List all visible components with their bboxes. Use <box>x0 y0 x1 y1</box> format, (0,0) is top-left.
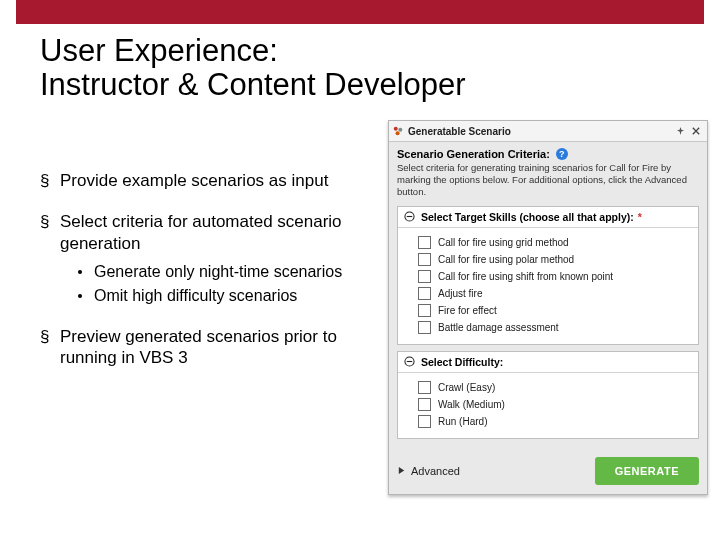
help-icon[interactable]: ? <box>556 148 568 160</box>
checkbox-icon[interactable] <box>418 381 431 394</box>
advanced-label: Advanced <box>411 465 460 477</box>
target-skills-header[interactable]: Select Target Skills (choose all that ap… <box>398 207 698 228</box>
slide-body: Provide example scenarios as input Selec… <box>30 170 380 388</box>
skill-option[interactable]: Adjust fire <box>418 287 692 300</box>
skill-option[interactable]: Battle damage assessment <box>418 321 692 334</box>
svg-rect-6 <box>407 361 413 362</box>
slide-title: User Experience: Instructor & Content De… <box>40 34 680 102</box>
skill-label: Adjust fire <box>438 288 482 299</box>
checkbox-icon[interactable] <box>418 415 431 428</box>
svg-rect-4 <box>407 216 413 217</box>
svg-point-0 <box>394 126 398 130</box>
title-line-1: User Experience: <box>40 34 680 68</box>
checkbox-icon[interactable] <box>418 270 431 283</box>
skill-option[interactable]: Fire for effect <box>418 304 692 317</box>
dialog-body: Scenario Generation Criteria: ? Select c… <box>389 142 707 451</box>
slide: User Experience: Instructor & Content De… <box>0 0 720 540</box>
target-skills-options: Call for fire using grid method Call for… <box>398 228 698 344</box>
difficulty-label: Crawl (Easy) <box>438 382 495 393</box>
dialog-title: Generatable Scenario <box>408 126 671 137</box>
difficulty-option[interactable]: Walk (Medium) <box>418 398 692 411</box>
checkbox-icon[interactable] <box>418 398 431 411</box>
difficulty-option[interactable]: Run (Hard) <box>418 415 692 428</box>
sub-bullet-text: Generate only night-time scenarios <box>94 263 342 280</box>
generate-button[interactable]: GENERATE <box>595 457 699 485</box>
svg-point-1 <box>398 127 402 131</box>
difficulty-options: Crawl (Easy) Walk (Medium) Run (Hard) <box>398 373 698 438</box>
sub-bullet-item: Omit high difficulty scenarios <box>60 286 380 306</box>
skill-label: Call for fire using grid method <box>438 237 569 248</box>
criteria-heading: Scenario Generation Criteria: ? <box>397 148 699 160</box>
top-accent-bar <box>16 0 704 24</box>
difficulty-label: Run (Hard) <box>438 416 487 427</box>
bullet-item: Preview generated scenarios prior to run… <box>30 326 380 369</box>
checkbox-icon[interactable] <box>418 236 431 249</box>
checkbox-icon[interactable] <box>418 304 431 317</box>
bullet-text: Select criteria for automated scenario g… <box>60 212 342 252</box>
difficulty-option[interactable]: Crawl (Easy) <box>418 381 692 394</box>
bullet-item: Select criteria for automated scenario g… <box>30 211 380 306</box>
title-line-2: Instructor & Content Developer <box>40 68 680 102</box>
bullet-item: Provide example scenarios as input <box>30 170 380 191</box>
sub-bullet-item: Generate only night-time scenarios <box>60 262 380 282</box>
skill-option[interactable]: Call for fire using polar method <box>418 253 692 266</box>
checkbox-icon[interactable] <box>418 287 431 300</box>
checkbox-icon[interactable] <box>418 321 431 334</box>
bullet-text: Provide example scenarios as input <box>60 171 328 190</box>
skill-label: Call for fire using polar method <box>438 254 574 265</box>
required-star: * <box>638 211 642 223</box>
generatable-scenario-dialog: Generatable Scenario Scenario Generation… <box>388 120 708 495</box>
criteria-heading-text: Scenario Generation Criteria: <box>397 148 550 160</box>
difficulty-section: Select Difficulty: Crawl (Easy) Walk (Me… <box>397 351 699 439</box>
svg-point-2 <box>396 131 400 135</box>
checkbox-icon[interactable] <box>418 253 431 266</box>
pin-icon[interactable] <box>673 124 687 138</box>
skill-option[interactable]: Call for fire using grid method <box>418 236 692 249</box>
triangle-right-icon <box>397 466 406 475</box>
close-icon[interactable] <box>689 124 703 138</box>
skill-label: Battle damage assessment <box>438 322 559 333</box>
collapse-icon <box>404 211 415 222</box>
difficulty-label: Walk (Medium) <box>438 399 505 410</box>
collapse-icon <box>404 356 415 367</box>
difficulty-header[interactable]: Select Difficulty: <box>398 352 698 373</box>
skill-label: Call for fire using shift from known poi… <box>438 271 613 282</box>
app-icon <box>393 126 404 137</box>
sub-bullet-text: Omit high difficulty scenarios <box>94 287 297 304</box>
difficulty-header-text: Select Difficulty: <box>421 356 503 368</box>
target-skills-section: Select Target Skills (choose all that ap… <box>397 206 699 345</box>
dialog-titlebar: Generatable Scenario <box>389 121 707 142</box>
target-skills-header-text: Select Target Skills (choose all that ap… <box>421 211 634 223</box>
skill-label: Fire for effect <box>438 305 497 316</box>
skill-option[interactable]: Call for fire using shift from known poi… <box>418 270 692 283</box>
bullet-text: Preview generated scenarios prior to run… <box>60 327 337 367</box>
criteria-description: Select criteria for generating training … <box>397 162 699 198</box>
dialog-footer: Advanced GENERATE <box>389 451 707 494</box>
advanced-button[interactable]: Advanced <box>397 465 460 477</box>
